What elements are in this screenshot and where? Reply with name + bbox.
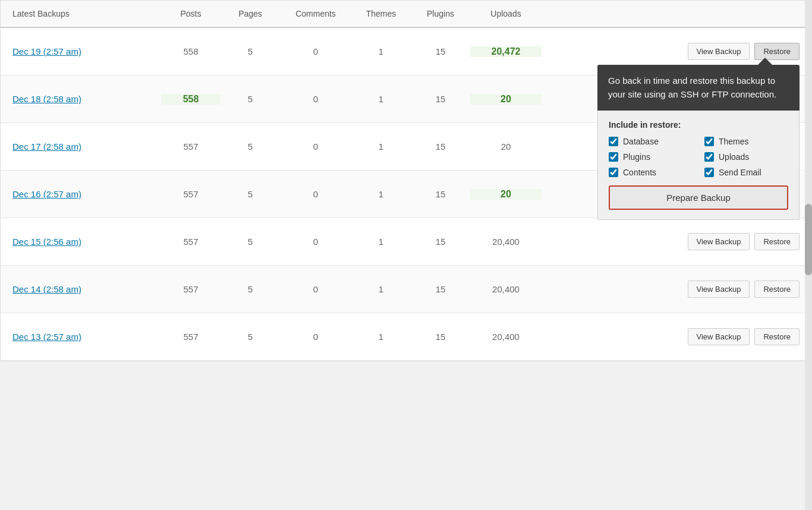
comments-count: 0 (280, 46, 351, 56)
comments-count: 0 (280, 332, 351, 342)
col-comments: Comments (280, 9, 351, 18)
comments-count: 0 (280, 237, 351, 247)
col-plugins: Plugins (411, 9, 470, 18)
themes-count: 1 (351, 237, 411, 247)
checkbox-item-cb-contents: Contents (609, 168, 693, 177)
pages-count: 5 (221, 332, 280, 342)
restore-button[interactable]: Restore (754, 328, 800, 345)
popover-arrow (758, 58, 772, 65)
checkbox-item-cb-sendemail: Send Email (704, 168, 788, 177)
pages-count: 5 (221, 189, 280, 199)
backup-date[interactable]: Dec 13 (2:57 am) (1, 332, 161, 342)
restore-button[interactable]: Restore (754, 281, 800, 298)
posts-count: 557 (161, 237, 221, 247)
plugins-count: 15 (411, 332, 470, 342)
backup-date[interactable]: Dec 18 (2:58 am) (1, 94, 161, 104)
uploads-count: 20,400 (470, 284, 542, 294)
col-pages: Pages (221, 9, 280, 18)
view-backup-button[interactable]: View Backup (688, 233, 750, 250)
themes-count: 1 (351, 141, 411, 152)
col-latest-backups: Latest Backups (1, 9, 161, 18)
cb-themes-checkbox[interactable] (704, 137, 714, 146)
checkbox-grid: Database Themes Plugins Uploads Contents… (609, 137, 788, 177)
col-actions (542, 9, 811, 18)
pages-count: 5 (221, 284, 280, 294)
plugins-count: 15 (411, 189, 470, 199)
posts-count: 557 (161, 284, 221, 294)
posts-count: 558 (161, 94, 221, 105)
comments-count: 0 (280, 141, 351, 152)
plugins-count: 15 (411, 237, 470, 247)
themes-count: 1 (351, 46, 411, 56)
cb-uploads-label: Uploads (719, 152, 749, 162)
uploads-count: 20,472 (470, 46, 542, 57)
posts-count: 557 (161, 141, 221, 152)
posts-count: 558 (161, 46, 221, 56)
popover-tooltip-text: Go back in time and restore this backup … (597, 65, 800, 111)
cb-themes-label: Themes (719, 137, 749, 146)
include-restore-label: Include in restore: (609, 120, 788, 130)
cb-contents-label: Contents (623, 168, 656, 177)
view-backup-button[interactable]: View Backup (688, 281, 750, 298)
posts-count: 557 (161, 332, 221, 342)
table-header: Latest Backups Posts Pages Comments Them… (1, 1, 811, 28)
cb-sendemail-label: Send Email (719, 168, 761, 177)
themes-count: 1 (351, 189, 411, 199)
posts-count: 557 (161, 189, 221, 199)
pages-count: 5 (221, 141, 280, 152)
pages-count: 5 (221, 94, 280, 104)
prepare-backup-button[interactable]: Prepare Backup (609, 185, 788, 210)
row-actions: View Backup Restore (542, 233, 811, 250)
plugins-count: 15 (411, 284, 470, 294)
popover-body: Include in restore: Database Themes Plug… (597, 111, 800, 220)
checkbox-item-cb-database: Database (609, 137, 693, 146)
col-posts: Posts (161, 9, 221, 18)
backup-date[interactable]: Dec 17 (2:58 am) (1, 141, 161, 152)
uploads-count: 20,400 (470, 332, 542, 342)
checkbox-item-cb-plugins: Plugins (609, 152, 693, 162)
col-uploads: Uploads (470, 9, 542, 18)
restore-popover: Go back in time and restore this backup … (597, 58, 800, 220)
row-actions: View Backup Restore (542, 281, 811, 298)
themes-count: 1 (351, 332, 411, 342)
backup-date[interactable]: Dec 19 (2:57 am) (1, 46, 161, 56)
table-row: Dec 13 (2:57 am) 557 5 0 1 15 20,400 Vie… (1, 313, 811, 361)
table-row: Dec 14 (2:58 am) 557 5 0 1 15 20,400 Vie… (1, 266, 811, 313)
cb-sendemail-checkbox[interactable] (704, 168, 714, 177)
cb-plugins-label: Plugins (623, 152, 650, 162)
themes-count: 1 (351, 94, 411, 104)
view-backup-button[interactable]: View Backup (688, 328, 750, 345)
plugins-count: 15 (411, 141, 470, 152)
comments-count: 0 (280, 189, 351, 199)
uploads-count: 20,400 (470, 237, 542, 247)
comments-count: 0 (280, 94, 351, 104)
pages-count: 5 (221, 237, 280, 247)
restore-button[interactable]: Restore (754, 233, 800, 250)
comments-count: 0 (280, 284, 351, 294)
table-row: Dec 15 (2:56 am) 557 5 0 1 15 20,400 Vie… (1, 218, 811, 266)
cb-contents-checkbox[interactable] (609, 168, 618, 177)
cb-database-label: Database (623, 137, 659, 146)
plugins-count: 15 (411, 46, 470, 56)
checkbox-item-cb-themes: Themes (704, 137, 788, 146)
pages-count: 5 (221, 46, 280, 56)
scrollbar-track[interactable] (805, 0, 812, 361)
cb-plugins-checkbox[interactable] (609, 152, 618, 162)
themes-count: 1 (351, 284, 411, 294)
plugins-count: 15 (411, 94, 470, 104)
backup-date[interactable]: Dec 16 (2:57 am) (1, 189, 161, 199)
backup-date[interactable]: Dec 14 (2:58 am) (1, 284, 161, 294)
checkbox-item-cb-uploads: Uploads (704, 152, 788, 162)
cb-uploads-checkbox[interactable] (704, 152, 714, 162)
uploads-count: 20 (470, 141, 542, 152)
backup-date[interactable]: Dec 15 (2:56 am) (1, 237, 161, 247)
row-actions: View Backup Restore (542, 328, 811, 345)
scrollbar-thumb[interactable] (805, 204, 812, 275)
cb-database-checkbox[interactable] (609, 137, 618, 146)
uploads-count: 20 (470, 189, 542, 200)
col-themes: Themes (351, 9, 411, 18)
uploads-count: 20 (470, 94, 542, 105)
